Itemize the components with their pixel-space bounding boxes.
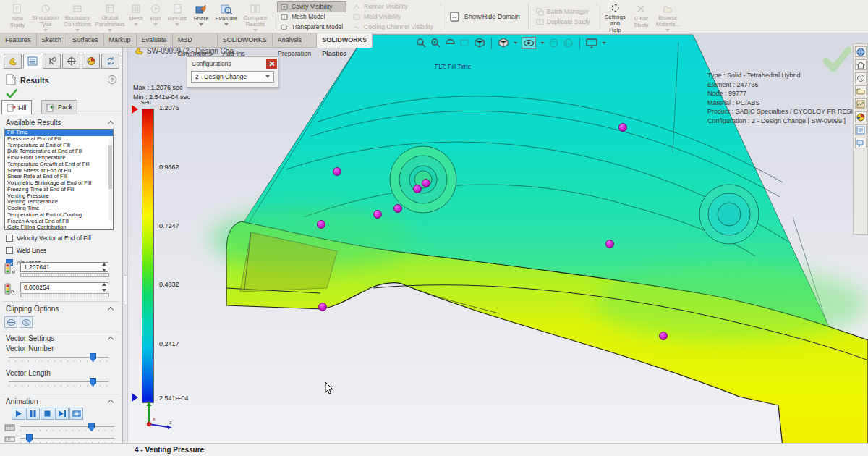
tab-evaluate[interactable]: Evaluate (137, 33, 173, 48)
threshold-ruler[interactable] (20, 293, 109, 297)
scene-icon[interactable] (563, 38, 574, 48)
appearance-icon[interactable] (548, 38, 559, 48)
duplicate-study-button[interactable]: Duplicate Study (533, 17, 593, 27)
tab-plastics-manager[interactable] (101, 54, 119, 69)
file-explorer-icon[interactable] (855, 85, 867, 96)
zoom-area-icon[interactable] (430, 38, 441, 48)
dropdown-caret-icon[interactable] (540, 42, 545, 44)
tab-solidworks-add-ins[interactable]: SOLIDWORKS Add-Ins (218, 33, 273, 48)
legend-max-marker-icon[interactable] (132, 105, 138, 114)
checkbox-icon[interactable] (6, 247, 13, 254)
tab-markup[interactable]: Markup (104, 33, 137, 48)
list-item[interactable]: Gate Filling Contribution (5, 224, 113, 230)
vector-length-slider[interactable] (9, 378, 109, 388)
view-palette-icon[interactable] (855, 98, 867, 109)
3d-model-viewport[interactable]: FLT: Fill Time (0, 0, 868, 456)
velocity-vector-checkbox-row[interactable]: Velocity Vector at End of Fill (6, 233, 91, 242)
transparent-model-button[interactable]: Transparent Model (278, 22, 346, 32)
legend-color-bar[interactable] (142, 109, 154, 403)
collapse-chevron-icon[interactable] (109, 336, 114, 341)
spinner-arrows[interactable] (100, 283, 108, 292)
pause-button[interactable] (26, 408, 40, 420)
boundary-conditions-button[interactable]: Boundary Conditions (61, 1, 94, 32)
share-button[interactable]: Share (190, 1, 213, 32)
checkbox-icon[interactable] (6, 235, 13, 242)
zoom-fit-icon[interactable] (416, 38, 427, 48)
tab-property-manager[interactable] (43, 54, 61, 69)
collapse-chevron-icon[interactable] (109, 120, 114, 125)
display-settings-icon[interactable] (586, 38, 597, 48)
save-animation-button[interactable] (69, 408, 83, 420)
clipping-flip-button[interactable] (20, 316, 33, 328)
available-results-listbox[interactable]: Fill Time Pressure at End of Fill Temper… (4, 129, 114, 230)
hide-show-items-icon[interactable] (522, 37, 536, 49)
mesh-button[interactable]: Mesh (126, 1, 146, 32)
tab-display-manager[interactable] (82, 54, 100, 69)
fill-subtab[interactable]: Fill (1, 100, 32, 114)
runner-visibility-button[interactable]: Runner Visibility (350, 2, 436, 12)
tab-features[interactable]: Features (0, 33, 37, 48)
mesh-model-button[interactable]: Mesh Model (278, 12, 346, 22)
tab-results-manager[interactable] (23, 54, 41, 69)
browse-material-button[interactable]: Browse Materia... (652, 1, 684, 32)
appearances-icon[interactable] (855, 111, 867, 122)
close-icon[interactable] (266, 59, 277, 69)
new-study-button[interactable]: New Study (4, 1, 30, 32)
play-button[interactable] (12, 408, 25, 420)
settings-and-help-button[interactable]: Settings and Help (600, 1, 630, 32)
run-button[interactable]: Run (146, 1, 165, 32)
pack-subtab[interactable]: Pack (41, 100, 77, 114)
home-icon[interactable] (855, 59, 867, 70)
tab-surfaces[interactable]: Surfaces (67, 33, 104, 48)
dropdown-caret-icon[interactable] (514, 42, 518, 44)
help-icon[interactable]: ? (108, 75, 116, 84)
clear-study-button[interactable]: Clear Study (630, 1, 652, 32)
forum-icon[interactable] (855, 138, 867, 148)
ribbon-separator (441, 3, 441, 30)
design-library-icon[interactable] (855, 72, 867, 83)
animation-speed-slider[interactable] (20, 423, 114, 433)
evaluate-button[interactable]: Evaluate (213, 1, 240, 32)
collapse-chevron-icon[interactable] (109, 306, 114, 311)
tab-configurations[interactable] (62, 54, 80, 69)
cooling-channel-visibility-icon (353, 23, 361, 31)
custom-properties-icon[interactable] (855, 124, 867, 135)
simulation-type-button[interactable]: Simulation Type (30, 1, 61, 32)
results-button[interactable]: Results (165, 1, 190, 32)
tab-mbd-dimensions[interactable]: MBD Dimensions (173, 33, 218, 48)
configuration-select[interactable]: 2 - Design Change (191, 71, 274, 83)
tab-analysis-preparation[interactable]: Analysis Preparation (273, 33, 318, 48)
stop-button[interactable] (41, 408, 54, 420)
dynamic-annotation-icon[interactable] (459, 38, 470, 48)
splitter-handle[interactable] (124, 275, 127, 305)
weld-lines-checkbox-row[interactable]: Weld Lines (6, 245, 46, 255)
resources-globe-icon[interactable] (855, 46, 867, 57)
section-view-icon[interactable] (445, 38, 456, 48)
tab-plastics-study[interactable] (4, 54, 22, 69)
global-parameters-button[interactable]: Global Parameters (94, 1, 126, 32)
compare-results-button[interactable]: Compare Results (240, 1, 271, 32)
isolate-icon[interactable] (474, 38, 485, 48)
batch-manager-button[interactable]: Batch Manager (533, 7, 593, 17)
max-threshold-input[interactable] (20, 262, 109, 272)
section-divider (2, 394, 119, 394)
collapse-chevron-icon[interactable] (109, 399, 114, 404)
clipping-plane-button[interactable] (4, 316, 17, 328)
list-scrollbar[interactable] (109, 140, 112, 221)
threshold-ruler[interactable] (20, 273, 109, 277)
vector-number-slider[interactable] (9, 353, 109, 363)
min-threshold-input[interactable] (20, 282, 109, 292)
dropdown-caret-icon[interactable] (602, 42, 606, 44)
cavity-visibility-button[interactable]: Cavity Visibility (278, 2, 346, 12)
view-orientation-icon[interactable] (498, 38, 509, 48)
step-forward-button[interactable] (55, 408, 69, 420)
model-boss-right (699, 185, 759, 244)
mold-visibility-button[interactable]: Mold Visibility (350, 12, 436, 22)
cooling-channel-visibility-button[interactable]: Cooling Channel Visibility (350, 22, 436, 32)
tab-sketch[interactable]: Sketch (37, 33, 68, 48)
panel-splitter[interactable] (123, 48, 128, 443)
spinner-arrows[interactable] (100, 263, 108, 271)
show-hide-domain-button[interactable]: Show/Hide Domain (443, 1, 526, 32)
tab-solidworks-plastics[interactable]: SOLIDWORKS Plastics (317, 33, 373, 48)
section-divider (2, 301, 119, 302)
